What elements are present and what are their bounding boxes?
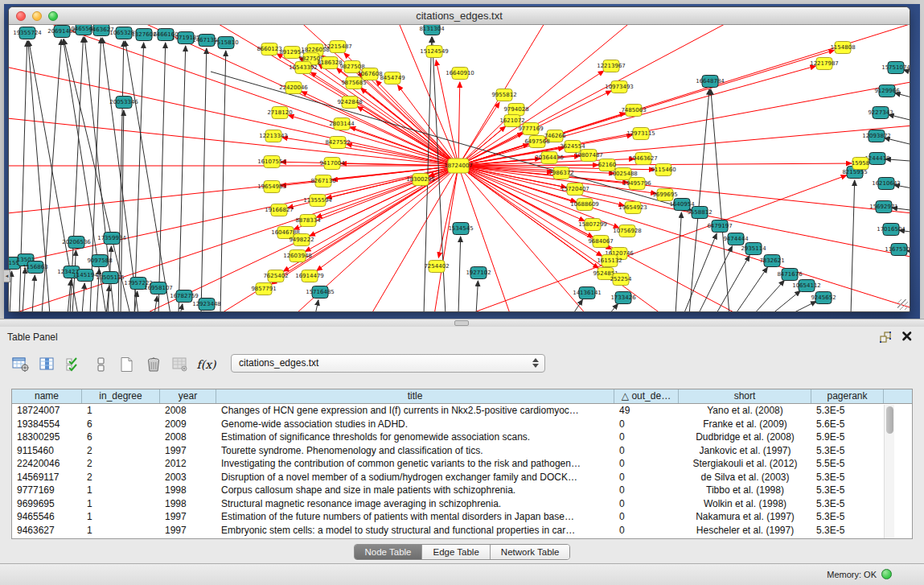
- graph-node[interactable]: 1927102: [466, 267, 491, 279]
- column-header-year[interactable]: year: [160, 389, 216, 403]
- graph-node[interactable]: 11355594: [303, 195, 332, 207]
- network-canvas[interactable]: 1872400719355724206914069465546946362710…: [9, 25, 910, 311]
- vertical-scrollbar[interactable]: [884, 405, 894, 538]
- column-header-short[interactable]: short: [679, 389, 811, 403]
- scrollbar-thumb[interactable]: [886, 406, 893, 434]
- table-row[interactable]: 969969511998Structural magnetic resonanc…: [12, 497, 912, 511]
- graph-node[interactable]: 19166827: [265, 204, 294, 216]
- import-table-disabled-button[interactable]: [169, 354, 191, 375]
- close-panel-icon[interactable]: [901, 331, 913, 342]
- graph-node[interactable]: 10973493: [605, 81, 634, 93]
- table-row[interactable]: 1938455462009Genome-wide association stu…: [12, 418, 912, 431]
- graph-node[interactable]: 9129966: [874, 85, 900, 97]
- graph-node[interactable]: 17016504: [877, 224, 906, 236]
- graph-node[interactable]: 12603948: [283, 250, 312, 262]
- graph-node[interactable]: 8454749: [380, 72, 405, 84]
- graph-node[interactable]: 252254: [610, 274, 632, 286]
- table-selector-dropdown[interactable]: citations_edges.txt: [231, 354, 545, 373]
- graph-node[interactable]: 18724007: [444, 159, 473, 173]
- graph-node[interactable]: 19654983: [257, 181, 286, 193]
- graph-node[interactable]: 8267130: [310, 175, 335, 187]
- float-panel-icon[interactable]: [879, 331, 892, 344]
- graph-node[interactable]: 9474444: [723, 233, 749, 245]
- graph-node[interactable]: 2718120: [267, 107, 292, 119]
- column-header-pagerank[interactable]: pagerank: [811, 389, 884, 403]
- graph-node[interactable]: 7832621: [759, 255, 784, 267]
- graph-node[interactable]: 1534545: [448, 223, 473, 235]
- graph-node[interactable]: 7625402: [263, 270, 288, 282]
- graph-node[interactable]: 12217987: [810, 58, 839, 70]
- graph-node[interactable]: 2935114: [741, 243, 766, 255]
- graph-node[interactable]: 9857791: [251, 283, 276, 295]
- function-builder-button[interactable]: f(x): [195, 354, 217, 375]
- column-header-name[interactable]: name: [12, 389, 82, 403]
- graph-node[interactable]: 6479197: [707, 220, 732, 233]
- new-table-button[interactable]: [116, 354, 138, 375]
- zoom-window-button[interactable]: [48, 11, 58, 21]
- graph-node[interactable]: 62160: [598, 159, 616, 171]
- table-row[interactable]: 946554611997Estimation of the future num…: [12, 510, 912, 524]
- memory-status-icon[interactable]: [881, 569, 892, 579]
- graph-node[interactable]: 10654112: [792, 280, 821, 292]
- graph-node[interactable]: 15958: [852, 158, 869, 170]
- column-header-in_degree[interactable]: in_degree: [82, 389, 160, 403]
- graph-node[interactable]: 1154808: [830, 42, 855, 54]
- graph-node[interactable]: 9115460: [651, 164, 676, 176]
- column-header-out_de[interactable]: △ out_de…: [614, 389, 679, 403]
- graph-node[interactable]: 12973115: [626, 128, 655, 140]
- graph-node[interactable]: 9955812: [491, 89, 516, 101]
- table-settings-button[interactable]: [10, 354, 31, 375]
- table-row[interactable]: 2242004622012Investigating the contribut…: [12, 457, 912, 471]
- graph-node[interactable]: 8471676: [777, 269, 803, 281]
- table-row[interactable]: 977716911998Corpus callosum shape and si…: [12, 484, 912, 497]
- graph-node[interactable]: 20206536: [62, 237, 91, 249]
- delete-table-button[interactable]: [142, 354, 164, 375]
- graph-node[interactable]: 15716485: [306, 286, 335, 299]
- graph-node[interactable]: 19654923: [618, 202, 647, 214]
- table-row[interactable]: 1456911722003Disruption of a novel membe…: [12, 471, 912, 484]
- graph-node[interactable]: 9227343: [868, 107, 893, 119]
- graph-node[interactable]: 12923448: [192, 299, 221, 311]
- graph-node[interactable]: 9699695: [652, 189, 677, 201]
- window-titlebar[interactable]: citations_edges.txt: [9, 7, 910, 25]
- tab-node-table[interactable]: Node Table: [355, 545, 423, 559]
- minimize-window-button[interactable]: [32, 11, 42, 21]
- graph-node[interactable]: 9417004: [319, 158, 345, 170]
- table-row[interactable]: 946362711997Embryonic stem cells: a mode…: [12, 524, 912, 538]
- graph-node[interactable]: 19463627: [629, 153, 658, 165]
- graph-node[interactable]: 8131304: [419, 25, 445, 35]
- graph-node[interactable]: 8660123: [257, 43, 281, 56]
- graph-node[interactable]: 19355724: [13, 27, 42, 39]
- graph-node[interactable]: 8878334: [295, 215, 321, 227]
- window-resize-grip[interactable]: [897, 299, 908, 310]
- graph-node[interactable]: 15124549: [420, 46, 449, 58]
- splitter-handle[interactable]: [454, 320, 469, 326]
- show-columns-button[interactable]: [36, 354, 58, 375]
- graph-node[interactable]: 1733426: [610, 292, 636, 304]
- panel-splitter[interactable]: [0, 319, 924, 327]
- graph-node[interactable]: 14136141: [573, 287, 602, 299]
- close-window-button[interactable]: [16, 11, 26, 21]
- table-row[interactable]: 1872400712008Changes of HCN gene express…: [12, 404, 912, 418]
- graph-node[interactable]: 22420046: [279, 82, 308, 94]
- graph-node[interactable]: 16640910: [446, 68, 474, 80]
- tab-network-table[interactable]: Network Table: [491, 545, 570, 559]
- select-all-rows-button[interactable]: [63, 354, 84, 375]
- collapse-panel-arrow[interactable]: ◂: [4, 270, 10, 282]
- graph-node[interactable]: 12213343: [259, 130, 288, 142]
- table-row[interactable]: 911546021997Tourette syndrome. Phenomeno…: [12, 444, 912, 458]
- graph-node[interactable]: 16914479: [295, 270, 324, 282]
- graph-node[interactable]: 12213967: [597, 60, 626, 72]
- tab-edge-table[interactable]: Edge Table: [422, 545, 490, 559]
- deselect-all-rows-button[interactable]: [89, 354, 111, 375]
- graph-node[interactable]: 16210643: [872, 178, 901, 190]
- graph-node[interactable]: 11675304: [885, 244, 910, 256]
- graph-node[interactable]: 12093872: [862, 130, 891, 142]
- graph-node[interactable]: 15720407: [561, 183, 589, 196]
- graph-node[interactable]: 15751074: [881, 62, 910, 74]
- column-header-title[interactable]: title: [216, 389, 614, 403]
- graph-node[interactable]: 8427552: [325, 137, 350, 149]
- graph-node[interactable]: 9558812: [687, 207, 712, 219]
- table-row[interactable]: 1830029562008Estimation of significance …: [12, 431, 912, 444]
- graph-node[interactable]: 9794028: [503, 104, 528, 116]
